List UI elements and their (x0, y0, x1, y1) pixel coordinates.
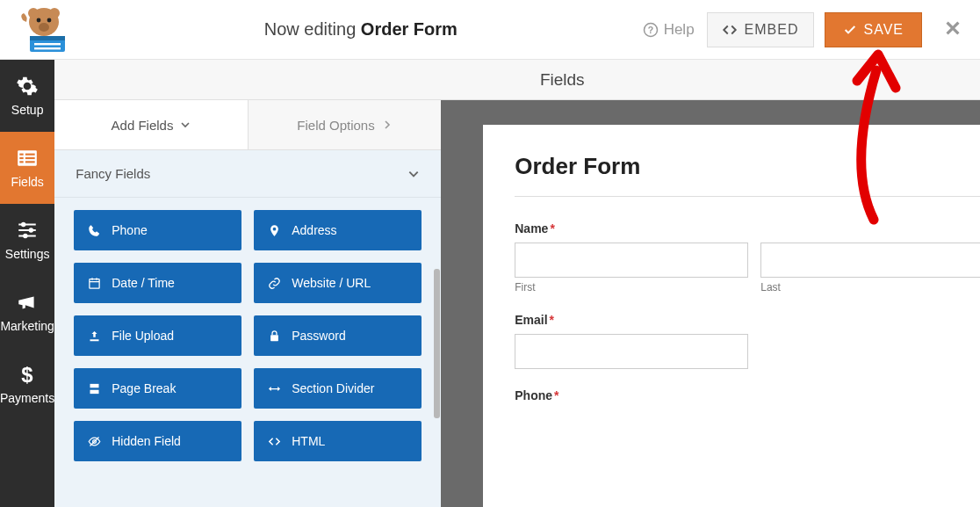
sidebar: Setup Fields Settings Marketing $ Paymen… (0, 60, 54, 507)
close-icon (943, 18, 962, 38)
calendar-icon (88, 277, 101, 290)
pin-icon (268, 224, 281, 237)
chevron-down-icon (407, 168, 420, 180)
field-upload[interactable]: File Upload (74, 315, 241, 356)
svg-rect-8 (34, 43, 61, 45)
field-label: Page Break (112, 381, 176, 395)
sidebar-item-marketing[interactable]: Marketing (0, 276, 54, 348)
field-name: Name* First Last (515, 221, 980, 293)
panel-header: Fields (54, 60, 980, 100)
upload-icon (88, 330, 101, 343)
tab-label: Add Fields (112, 118, 174, 133)
svg-point-5 (39, 23, 49, 32)
field-label: Address (292, 223, 336, 237)
svg-text:$: $ (21, 363, 32, 386)
sidebar-item-settings[interactable]: Settings (0, 204, 54, 276)
svg-text:?: ? (647, 24, 652, 34)
code-icon (268, 435, 281, 448)
svg-rect-13 (19, 154, 23, 156)
section-fancy-fields[interactable]: Fancy Fields (54, 150, 441, 198)
first-name-input[interactable] (515, 243, 748, 278)
eye-off-icon (88, 435, 101, 448)
field-password[interactable]: Password (254, 315, 422, 356)
svg-rect-9 (34, 47, 61, 49)
chevron-right-icon (382, 120, 393, 130)
form-preview[interactable]: Order Form Name* First Last (483, 125, 980, 507)
dollar-icon: $ (16, 363, 39, 386)
svg-point-2 (49, 8, 60, 18)
required-asterisk: * (550, 313, 554, 327)
editing-form-name: Order Form (361, 19, 458, 39)
field-label: File Upload (112, 329, 174, 343)
sidebar-label: Setup (11, 103, 44, 117)
sliders-icon (16, 219, 39, 242)
first-sublabel: First (515, 281, 748, 293)
svg-rect-26 (90, 389, 99, 393)
field-divider[interactable]: Section Divider (254, 368, 422, 409)
editing-title: Now editing Order Form (79, 19, 643, 40)
field-address[interactable]: Address (254, 210, 422, 250)
code-icon (722, 22, 738, 38)
preview-panel: Order Form Name* First Last (441, 100, 980, 507)
lock-icon (268, 330, 281, 343)
sidebar-item-payments[interactable]: $ Payments (0, 348, 54, 420)
field-datetime[interactable]: Date / Time (74, 263, 241, 303)
svg-point-21 (23, 234, 27, 238)
save-button[interactable]: SAVE (825, 12, 923, 47)
field-hidden[interactable]: Hidden Field (74, 421, 241, 461)
email-input[interactable] (515, 334, 748, 369)
close-button[interactable] (943, 18, 962, 41)
field-label: Date / Time (112, 276, 175, 290)
svg-rect-25 (90, 383, 99, 387)
tab-label: Field Options (297, 118, 374, 133)
svg-point-20 (29, 228, 33, 232)
gear-icon (16, 75, 39, 98)
help-icon: ? (643, 22, 659, 38)
sidebar-item-setup[interactable]: Setup (0, 60, 54, 132)
embed-button[interactable]: EMBED (707, 12, 814, 47)
help-link[interactable]: ? Help (643, 21, 695, 39)
sidebar-item-fields[interactable]: Fields (0, 132, 54, 204)
field-html[interactable]: HTML (254, 421, 422, 461)
svg-rect-18 (25, 161, 35, 163)
field-label: Section Divider (292, 381, 374, 395)
last-sublabel: Last (760, 281, 980, 293)
svg-rect-23 (90, 279, 99, 288)
last-name-input[interactable] (760, 243, 980, 278)
name-label: Name* (515, 221, 980, 235)
field-phone-preview: Phone* (515, 388, 980, 402)
megaphone-icon (16, 291, 39, 314)
sidebar-label: Marketing (0, 319, 54, 333)
phone-label: Phone* (515, 388, 980, 402)
field-pagebreak[interactable]: Page Break (74, 368, 241, 409)
email-label: Email* (515, 313, 980, 327)
pagebreak-icon (88, 382, 101, 395)
field-phone[interactable]: Phone (74, 210, 241, 250)
svg-rect-17 (19, 161, 23, 163)
required-asterisk: * (550, 221, 554, 235)
editing-prefix: Now editing (264, 19, 357, 39)
fields-panel: Add Fields Field Options Fancy Fields (54, 100, 441, 507)
svg-rect-7 (30, 36, 65, 40)
field-label: Phone (112, 223, 147, 237)
svg-rect-16 (25, 157, 35, 159)
save-label: SAVE (864, 22, 904, 38)
field-label: Hidden Field (112, 434, 181, 448)
svg-point-19 (21, 222, 25, 227)
tab-field-options[interactable]: Field Options (248, 100, 442, 149)
arrows-h-icon (268, 382, 281, 395)
phone-icon (88, 224, 101, 237)
field-url[interactable]: Website / URL (254, 263, 422, 303)
svg-rect-24 (270, 335, 278, 341)
form-title: Order Form (515, 153, 980, 197)
sidebar-label: Settings (5, 247, 50, 261)
svg-point-1 (28, 8, 39, 18)
section-title: Fancy Fields (76, 166, 150, 181)
scrollbar-thumb[interactable] (434, 269, 440, 418)
help-label: Help (664, 21, 695, 39)
sidebar-label: Fields (11, 175, 43, 189)
field-label: Password (292, 329, 345, 343)
tab-add-fields[interactable]: Add Fields (54, 100, 248, 149)
svg-rect-15 (19, 157, 23, 159)
required-asterisk: * (554, 388, 558, 402)
